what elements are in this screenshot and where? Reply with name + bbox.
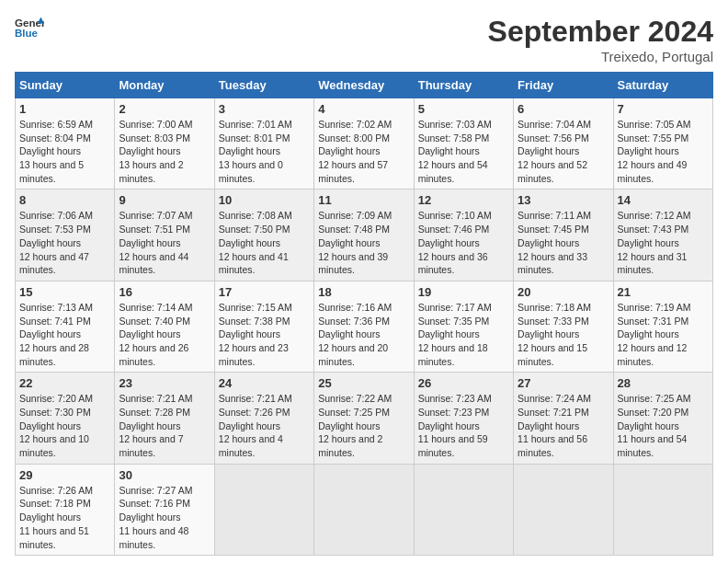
calendar-row: 1 Sunrise: 6:59 AMSunset: 8:04 PMDayligh… xyxy=(16,98,713,190)
col-tuesday: Tuesday xyxy=(214,73,313,98)
day-info: Sunrise: 7:00 AMSunset: 8:03 PMDaylight … xyxy=(119,119,192,184)
day-info: Sunrise: 7:01 AMSunset: 8:01 PMDaylight … xyxy=(219,119,292,184)
day-info: Sunrise: 7:07 AMSunset: 7:51 PMDaylight … xyxy=(119,210,192,275)
day-info: Sunrise: 7:16 AMSunset: 7:36 PMDaylight … xyxy=(318,302,392,367)
day-info: Sunrise: 7:18 AMSunset: 7:33 PMDaylight … xyxy=(518,302,591,367)
day-info: Sunrise: 7:15 AMSunset: 7:38 PMDaylight … xyxy=(219,302,292,367)
day-info: Sunrise: 7:22 AMSunset: 7:25 PMDaylight … xyxy=(318,393,392,458)
day-cell: 26 Sunrise: 7:23 AMSunset: 7:23 PMDaylig… xyxy=(414,373,513,464)
header-row: Sunday Monday Tuesday Wednesday Thursday… xyxy=(16,73,713,98)
month-title: September 2024 xyxy=(488,15,713,49)
day-number: 10 xyxy=(219,193,310,207)
day-number: 29 xyxy=(19,468,110,482)
day-number: 25 xyxy=(318,376,409,390)
day-cell: 19 Sunrise: 7:17 AMSunset: 7:35 PMDaylig… xyxy=(414,281,513,372)
calendar-table: Sunday Monday Tuesday Wednesday Thursday… xyxy=(15,72,713,556)
calendar-row: 15 Sunrise: 7:13 AMSunset: 7:41 PMDaylig… xyxy=(16,281,713,372)
day-info: Sunrise: 7:12 AMSunset: 7:43 PMDaylight … xyxy=(618,210,691,275)
day-info: Sunrise: 7:02 AMSunset: 8:00 PMDaylight … xyxy=(318,119,392,184)
day-cell: 25 Sunrise: 7:22 AMSunset: 7:25 PMDaylig… xyxy=(314,373,414,464)
day-cell: 21 Sunrise: 7:19 AMSunset: 7:31 PMDaylig… xyxy=(613,281,712,372)
col-monday: Monday xyxy=(115,73,214,98)
day-number: 24 xyxy=(219,376,310,390)
day-cell: 14 Sunrise: 7:12 AMSunset: 7:43 PMDaylig… xyxy=(613,190,712,281)
day-info: Sunrise: 7:21 AMSunset: 7:26 PMDaylight … xyxy=(219,393,292,458)
day-cell: 24 Sunrise: 7:21 AMSunset: 7:26 PMDaylig… xyxy=(214,373,313,464)
day-cell: 9 Sunrise: 7:07 AMSunset: 7:51 PMDayligh… xyxy=(115,190,214,281)
empty-cell xyxy=(314,464,414,555)
day-number: 4 xyxy=(318,102,409,116)
logo: General Blue xyxy=(15,15,44,40)
day-info: Sunrise: 7:23 AMSunset: 7:23 PMDaylight … xyxy=(418,393,492,458)
day-info: Sunrise: 6:59 AMSunset: 8:04 PMDaylight … xyxy=(19,119,93,184)
day-cell: 7 Sunrise: 7:05 AMSunset: 7:55 PMDayligh… xyxy=(613,98,712,190)
day-cell: 6 Sunrise: 7:04 AMSunset: 7:56 PMDayligh… xyxy=(514,98,613,190)
day-number: 8 xyxy=(19,193,110,207)
day-cell: 27 Sunrise: 7:24 AMSunset: 7:21 PMDaylig… xyxy=(514,373,613,464)
day-cell: 20 Sunrise: 7:18 AMSunset: 7:33 PMDaylig… xyxy=(514,281,613,372)
day-number: 20 xyxy=(518,285,609,299)
day-cell: 22 Sunrise: 7:20 AMSunset: 7:30 PMDaylig… xyxy=(16,373,115,464)
logo-icon: General Blue xyxy=(15,15,44,40)
day-number: 28 xyxy=(618,376,709,390)
day-info: Sunrise: 7:05 AMSunset: 7:55 PMDaylight … xyxy=(618,119,691,184)
col-sunday: Sunday xyxy=(16,73,115,98)
day-info: Sunrise: 7:10 AMSunset: 7:46 PMDaylight … xyxy=(418,210,492,275)
svg-text:Blue: Blue xyxy=(15,28,39,39)
day-number: 12 xyxy=(418,193,509,207)
day-cell: 23 Sunrise: 7:21 AMSunset: 7:28 PMDaylig… xyxy=(115,373,214,464)
day-cell: 13 Sunrise: 7:11 AMSunset: 7:45 PMDaylig… xyxy=(514,190,613,281)
day-number: 1 xyxy=(19,102,110,116)
day-number: 11 xyxy=(318,193,409,207)
calendar-row: 8 Sunrise: 7:06 AMSunset: 7:53 PMDayligh… xyxy=(16,190,713,281)
day-info: Sunrise: 7:14 AMSunset: 7:40 PMDaylight … xyxy=(119,302,192,367)
day-number: 13 xyxy=(518,193,609,207)
day-cell: 18 Sunrise: 7:16 AMSunset: 7:36 PMDaylig… xyxy=(314,281,414,372)
day-info: Sunrise: 7:08 AMSunset: 7:50 PMDaylight … xyxy=(219,210,292,275)
day-number: 16 xyxy=(119,285,210,299)
day-number: 17 xyxy=(219,285,310,299)
empty-cell xyxy=(514,464,613,555)
calendar-row: 22 Sunrise: 7:20 AMSunset: 7:30 PMDaylig… xyxy=(16,373,713,464)
day-cell: 4 Sunrise: 7:02 AMSunset: 8:00 PMDayligh… xyxy=(314,98,414,190)
day-number: 26 xyxy=(418,376,509,390)
calendar-row: 29 Sunrise: 7:26 AMSunset: 7:18 PMDaylig… xyxy=(16,464,713,555)
day-number: 18 xyxy=(318,285,409,299)
col-wednesday: Wednesday xyxy=(314,73,414,98)
location-subtitle: Treixedo, Portugal xyxy=(488,49,713,64)
day-number: 19 xyxy=(418,285,509,299)
day-cell: 28 Sunrise: 7:25 AMSunset: 7:20 PMDaylig… xyxy=(613,373,712,464)
day-info: Sunrise: 7:11 AMSunset: 7:45 PMDaylight … xyxy=(518,210,591,275)
day-number: 21 xyxy=(618,285,709,299)
day-info: Sunrise: 7:26 AMSunset: 7:18 PMDaylight … xyxy=(19,485,93,550)
day-cell: 2 Sunrise: 7:00 AMSunset: 8:03 PMDayligh… xyxy=(115,98,214,190)
day-cell: 30 Sunrise: 7:27 AMSunset: 7:16 PMDaylig… xyxy=(115,464,214,555)
day-info: Sunrise: 7:09 AMSunset: 7:48 PMDaylight … xyxy=(318,210,392,275)
day-info: Sunrise: 7:03 AMSunset: 7:58 PMDaylight … xyxy=(418,119,492,184)
day-info: Sunrise: 7:20 AMSunset: 7:30 PMDaylight … xyxy=(19,393,93,458)
day-number: 15 xyxy=(19,285,110,299)
col-thursday: Thursday xyxy=(414,73,513,98)
day-info: Sunrise: 7:27 AMSunset: 7:16 PMDaylight … xyxy=(119,485,192,550)
day-cell: 12 Sunrise: 7:10 AMSunset: 7:46 PMDaylig… xyxy=(414,190,513,281)
day-cell: 5 Sunrise: 7:03 AMSunset: 7:58 PMDayligh… xyxy=(414,98,513,190)
empty-cell xyxy=(414,464,513,555)
day-info: Sunrise: 7:21 AMSunset: 7:28 PMDaylight … xyxy=(119,393,192,458)
day-number: 6 xyxy=(518,102,609,116)
day-info: Sunrise: 7:19 AMSunset: 7:31 PMDaylight … xyxy=(618,302,691,367)
day-number: 9 xyxy=(119,193,210,207)
day-cell: 17 Sunrise: 7:15 AMSunset: 7:38 PMDaylig… xyxy=(214,281,313,372)
col-saturday: Saturday xyxy=(613,73,712,98)
day-cell: 11 Sunrise: 7:09 AMSunset: 7:48 PMDaylig… xyxy=(314,190,414,281)
day-cell: 3 Sunrise: 7:01 AMSunset: 8:01 PMDayligh… xyxy=(214,98,313,190)
day-info: Sunrise: 7:06 AMSunset: 7:53 PMDaylight … xyxy=(19,210,93,275)
day-number: 23 xyxy=(119,376,210,390)
day-cell: 29 Sunrise: 7:26 AMSunset: 7:18 PMDaylig… xyxy=(16,464,115,555)
page-header: General Blue September 2024 Treixedo, Po… xyxy=(15,15,713,64)
day-info: Sunrise: 7:25 AMSunset: 7:20 PMDaylight … xyxy=(618,393,691,458)
day-number: 3 xyxy=(219,102,310,116)
day-info: Sunrise: 7:24 AMSunset: 7:21 PMDaylight … xyxy=(518,393,591,458)
day-info: Sunrise: 7:17 AMSunset: 7:35 PMDaylight … xyxy=(418,302,492,367)
empty-cell xyxy=(613,464,712,555)
day-number: 22 xyxy=(19,376,110,390)
